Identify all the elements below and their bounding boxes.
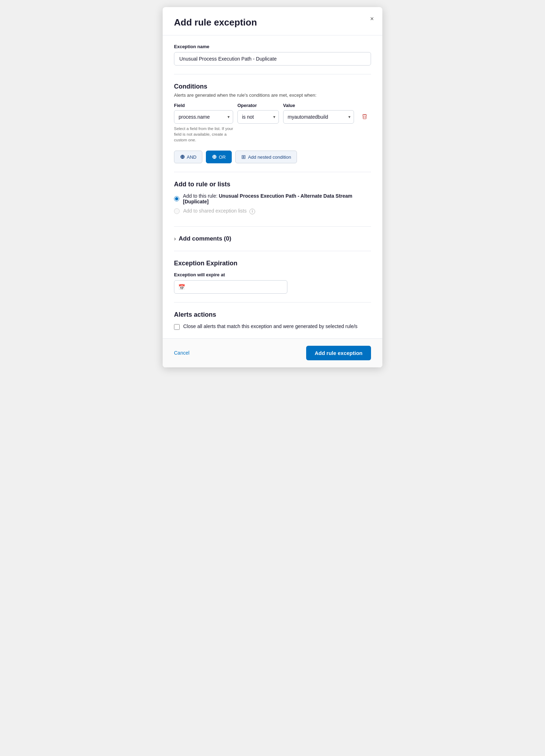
expiration-date-input[interactable] bbox=[174, 280, 287, 294]
alerts-actions-title: Alerts actions bbox=[174, 311, 371, 318]
modal-footer: Cancel Add rule exception bbox=[163, 338, 382, 367]
cancel-button[interactable]: Cancel bbox=[174, 347, 190, 359]
alerts-actions-section: Alerts actions Close all alerts that mat… bbox=[174, 303, 371, 338]
nested-icon: ⊞ bbox=[241, 154, 246, 160]
expiration-section: Exception Expiration Exception will expi… bbox=[174, 251, 371, 303]
delete-condition-button[interactable] bbox=[360, 112, 369, 122]
operator-column: Operator is not ▾ bbox=[237, 103, 279, 124]
add-rule-exception-modal: Add rule exception × Exception name Cond… bbox=[163, 7, 382, 367]
conditions-subtitle: Alerts are generated when the rule's con… bbox=[174, 92, 371, 98]
operator-select-wrapper: is not ▾ bbox=[237, 110, 279, 124]
add-to-rule-radio[interactable] bbox=[174, 196, 179, 202]
and-button-label: AND bbox=[187, 154, 196, 160]
operator-select[interactable]: is not bbox=[237, 110, 279, 124]
add-to-rule-section: Add to rule or lists Add to this rule: U… bbox=[174, 172, 371, 226]
expiration-field-wrapper: Exception will expire at 📅 bbox=[174, 272, 371, 294]
close-alerts-row: Close all alerts that match this excepti… bbox=[174, 323, 371, 330]
field-select-wrapper: process.name ▾ bbox=[174, 110, 233, 124]
date-input-wrapper: 📅 bbox=[174, 280, 287, 294]
close-button[interactable]: × bbox=[369, 14, 375, 23]
conditions-row: Field process.name ▾ Select a field from… bbox=[174, 103, 371, 143]
conditions-title: Conditions bbox=[174, 83, 371, 90]
comments-collapsible[interactable]: › Add comments (0) bbox=[174, 235, 371, 242]
close-alerts-label: Close all alerts that match this excepti… bbox=[183, 323, 358, 329]
add-to-shared-label: Add to shared exception lists i bbox=[183, 208, 255, 214]
or-button[interactable]: ⊕ OR bbox=[206, 151, 232, 163]
delete-action-column bbox=[358, 103, 371, 122]
value-select-wrapper: myautomatedbuild ▾ bbox=[283, 110, 354, 124]
comments-title: Add comments (0) bbox=[179, 235, 231, 242]
exception-name-section: Exception name bbox=[174, 35, 371, 74]
expiration-title: Exception Expiration bbox=[174, 260, 371, 267]
and-plus-icon: ⊕ bbox=[180, 154, 185, 160]
option1-prefix: Add to this rule: bbox=[183, 193, 217, 199]
value-column: Value myautomatedbuild ▾ bbox=[283, 103, 354, 124]
exception-name-input[interactable] bbox=[174, 52, 371, 66]
radio-row-2: Add to shared exception lists i bbox=[174, 208, 371, 214]
add-to-shared-radio[interactable] bbox=[174, 208, 180, 214]
alerts-checkbox-row: Close all alerts that match this excepti… bbox=[174, 323, 371, 330]
add-to-rule-radio-label: Add to this rule: Unusual Process Execut… bbox=[183, 193, 371, 204]
info-icon: i bbox=[249, 209, 255, 214]
comments-chevron-icon: › bbox=[174, 236, 176, 242]
radio-row-1: Add to this rule: Unusual Process Execut… bbox=[174, 193, 371, 204]
add-rule-exception-button[interactable]: Add rule exception bbox=[306, 346, 371, 360]
exception-name-label: Exception name bbox=[174, 44, 371, 49]
field-hint: Select a field from the list. If your fi… bbox=[174, 126, 233, 143]
value-select[interactable]: myautomatedbuild bbox=[283, 110, 354, 124]
modal-body: Exception name Conditions Alerts are gen… bbox=[163, 35, 382, 338]
or-plus-icon: ⊕ bbox=[212, 154, 217, 160]
operator-header: Operator bbox=[237, 103, 279, 108]
radio-group: Add to this rule: Unusual Process Execut… bbox=[174, 193, 371, 214]
nested-button-label: Add nested condition bbox=[248, 154, 291, 160]
or-button-label: OR bbox=[219, 154, 226, 160]
add-nested-condition-button[interactable]: ⊞ Add nested condition bbox=[235, 151, 297, 163]
comments-section: › Add comments (0) bbox=[174, 227, 371, 251]
conditions-actions: ⊕ AND ⊕ OR ⊞ Add nested condition bbox=[174, 151, 371, 163]
modal-title: Add rule exception bbox=[174, 17, 371, 28]
close-alerts-checkbox[interactable] bbox=[174, 324, 180, 330]
modal-header: Add rule exception × bbox=[163, 7, 382, 35]
conditions-section: Conditions Alerts are generated when the… bbox=[174, 74, 371, 172]
value-header: Value bbox=[283, 103, 354, 108]
add-to-rule-title: Add to rule or lists bbox=[174, 181, 371, 188]
field-column: Field process.name ▾ Select a field from… bbox=[174, 103, 233, 143]
field-header: Field bbox=[174, 103, 233, 108]
expiration-field-label: Exception will expire at bbox=[174, 272, 371, 277]
and-button[interactable]: ⊕ AND bbox=[174, 151, 202, 163]
field-select[interactable]: process.name bbox=[174, 110, 233, 124]
trash-icon bbox=[361, 113, 368, 120]
